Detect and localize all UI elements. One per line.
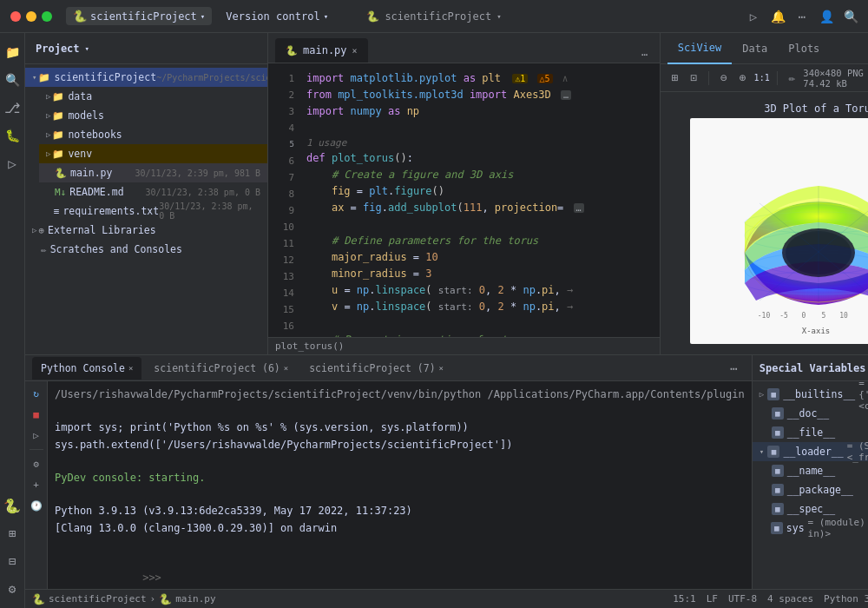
console-content[interactable]: /Users/rishavwalde/PycharmProjects/scien… xyxy=(48,381,752,589)
folder-icon-venv: 📁 xyxy=(52,149,64,160)
torus-plot-svg: X-axis Y-axis Z-axis -10 -5 0 5 10 -10 -… xyxy=(690,118,868,344)
line-num-3: 3 xyxy=(268,103,294,120)
svg-text:-10: -10 xyxy=(758,312,771,320)
code-content[interactable]: import matplotlib.pyplot as plt ⚠1 △5 ∧ … xyxy=(299,63,660,337)
tree-item-requirements[interactable]: ≡ requirements.txt 30/11/23, 2:38 pm, 0 … xyxy=(39,202,267,221)
var-type-icon-name: ▦ xyxy=(772,465,784,477)
var-expand-sys[interactable] xyxy=(760,524,767,532)
bell-icon[interactable]: 🔔 xyxy=(771,10,785,23)
tab-python-console[interactable]: Python Console × xyxy=(32,357,141,380)
console-add-icon[interactable]: + xyxy=(28,476,45,493)
sidebar-icon-run[interactable]: ▷ xyxy=(0,151,24,175)
user-icon[interactable]: 👤 xyxy=(819,10,833,23)
tree-item-models[interactable]: ▷ 📁 models xyxy=(39,106,267,125)
tree-item-ext-libs[interactable]: ▷ ⊕ External Libraries xyxy=(25,221,267,240)
var-item-name: ▦ __name__ = {str} '__main__' ↗ xyxy=(753,461,868,480)
sidebar-icon-project[interactable]: 📁 xyxy=(0,40,24,64)
line-num-16: 16 xyxy=(268,318,294,334)
tab-python-console-close[interactable]: × xyxy=(128,364,133,373)
var-expand-spec[interactable] xyxy=(760,505,768,513)
sciview-zoom-out-icon[interactable]: ⊖ xyxy=(716,69,732,87)
console-prompt-line: >>> xyxy=(55,553,745,589)
tab-close-main-py[interactable]: × xyxy=(352,46,358,56)
var-value-sys: = (module) <module 'sys' (built-in)> xyxy=(808,517,868,539)
console-rerun-icon[interactable]: ↻ xyxy=(28,385,45,402)
file-icon-readme: M↓ xyxy=(55,187,66,198)
console-settings-icon[interactable]: ⚙ xyxy=(28,455,45,473)
var-expand-name[interactable] xyxy=(760,466,768,475)
console-run-icon[interactable]: ▷ xyxy=(28,426,45,444)
vcs-button[interactable]: Version control ▾ xyxy=(219,8,335,25)
tab-data-label: Data xyxy=(742,43,767,55)
tab-scientific-6-close[interactable]: × xyxy=(284,364,288,373)
sciview-color-picker-icon[interactable]: ✏ xyxy=(785,69,800,87)
tree-item-notebooks[interactable]: ▷ 📁 notebooks xyxy=(39,125,267,144)
sidebar-icon-python[interactable]: 🐍 xyxy=(0,493,24,518)
var-expand-file[interactable] xyxy=(760,428,768,437)
sciview-actual-size-icon[interactable]: 1:1 xyxy=(754,69,770,87)
status-indent[interactable]: 4 spaces xyxy=(767,593,813,605)
tab-scientific-7[interactable]: scientificProject (7) × xyxy=(300,357,452,380)
console-left-bar: ↻ ■ ▷ ⚙ + 🕐 xyxy=(25,381,48,589)
tree-label-requirements: requirements.txt xyxy=(62,205,159,217)
sciview-grid-icon[interactable]: ⊞ xyxy=(667,69,683,87)
tab-scientific-7-close[interactable]: × xyxy=(439,364,444,373)
var-type-icon-loader: ▦ xyxy=(767,446,779,458)
fold-hint-2: … xyxy=(561,90,571,100)
var-expand-loader[interactable]: ▾ xyxy=(760,447,765,456)
tab-plots[interactable]: Plots xyxy=(778,33,830,64)
panel-title: Project xyxy=(36,43,80,55)
tree-item-venv[interactable]: ▷ 📁 venv xyxy=(39,144,267,163)
sidebar-icon-debug[interactable]: 🐛 xyxy=(0,123,24,148)
console-stop-icon[interactable]: ■ xyxy=(28,406,45,423)
sciview-frame-icon[interactable]: ⊡ xyxy=(686,69,701,87)
console-area: Python Console × scientificProject (6) ×… xyxy=(25,355,752,589)
status-python-version[interactable]: Python 3.9 (scientificProject) xyxy=(824,593,868,605)
search-icon[interactable]: 🔍 xyxy=(844,10,858,23)
tab-main-py[interactable]: 🐍 main.py × xyxy=(275,38,368,63)
sidebar-icon-vcs[interactable]: ⎇ xyxy=(0,96,24,120)
file-tree[interactable]: ▾ 📁 scientificProject ~/PycharmProjects/… xyxy=(25,64,267,354)
line-num-10: 10 xyxy=(268,219,294,235)
sidebar-icon-terminal[interactable]: ⊞ xyxy=(0,521,24,545)
var-expand-builtins[interactable]: ▷ xyxy=(760,390,764,399)
code-line-6: def plot_torus(): xyxy=(306,150,660,167)
tree-item-main-py[interactable]: 🐍 main.py 30/11/23, 2:39 pm, 981 B xyxy=(39,163,267,182)
run-icon[interactable]: ▷ xyxy=(746,10,760,23)
status-python-icon: 🐍 xyxy=(32,593,45,605)
tree-item-root[interactable]: ▾ 📁 scientificProject ~/PycharmProjects/… xyxy=(25,68,267,87)
status-lf[interactable]: LF xyxy=(707,593,718,605)
maximize-button[interactable] xyxy=(42,11,52,22)
editor-more-icon[interactable]: ⋯ xyxy=(637,47,653,63)
console-line-10 xyxy=(55,537,745,553)
expand-icon-data: ▷ xyxy=(46,92,50,101)
var-expand-package[interactable] xyxy=(760,486,768,494)
tree-label-ext-libs: External Libraries xyxy=(48,224,156,236)
tab-sciview[interactable]: SciView xyxy=(667,33,733,64)
tree-item-readme[interactable]: M↓ README.md 30/11/23, 2:38 pm, 0 B xyxy=(39,182,267,202)
minimize-button[interactable] xyxy=(26,11,36,22)
code-line-3: import numpy as np xyxy=(306,103,660,120)
more-icon[interactable]: ⋯ xyxy=(795,10,809,23)
console-more-icon[interactable]: ⋯ xyxy=(730,361,737,375)
status-right: 15:1 LF UTF-8 4 spaces Python 3.9 (scien… xyxy=(673,593,868,605)
tab-data[interactable]: Data xyxy=(732,33,778,64)
line-num-13: 13 xyxy=(268,268,294,285)
tree-item-data[interactable]: ▷ 📁 data xyxy=(39,87,267,106)
sidebar-icon-search[interactable]: 🔍 xyxy=(0,68,24,92)
var-item-doc: ▦ __doc__ = (NoneType) None xyxy=(753,404,868,423)
sciview-zoom-in-icon[interactable]: ⊕ xyxy=(735,69,751,87)
project-selector[interactable]: 🐍 scientificProject ▾ xyxy=(66,7,212,25)
close-button[interactable] xyxy=(10,11,21,22)
tree-item-scratches[interactable]: ✏ Scratches and Consoles xyxy=(25,240,267,259)
var-expand-doc[interactable] xyxy=(760,409,768,418)
status-encoding[interactable]: UTF-8 xyxy=(728,593,757,605)
sidebar-icon-bottom[interactable]: ⊟ xyxy=(0,549,24,573)
panel-title-row: Project ▾ xyxy=(36,43,89,55)
sidebar-icon-settings[interactable]: ⚙ xyxy=(0,577,24,601)
var-name-doc: __doc__ xyxy=(787,407,868,420)
tab-scientific-6[interactable]: scientificProject (6) × xyxy=(145,357,297,380)
line-num-9: 9 xyxy=(268,202,294,219)
console-clock-icon[interactable]: 🕐 xyxy=(28,497,45,514)
status-position[interactable]: 15:1 xyxy=(673,593,696,605)
